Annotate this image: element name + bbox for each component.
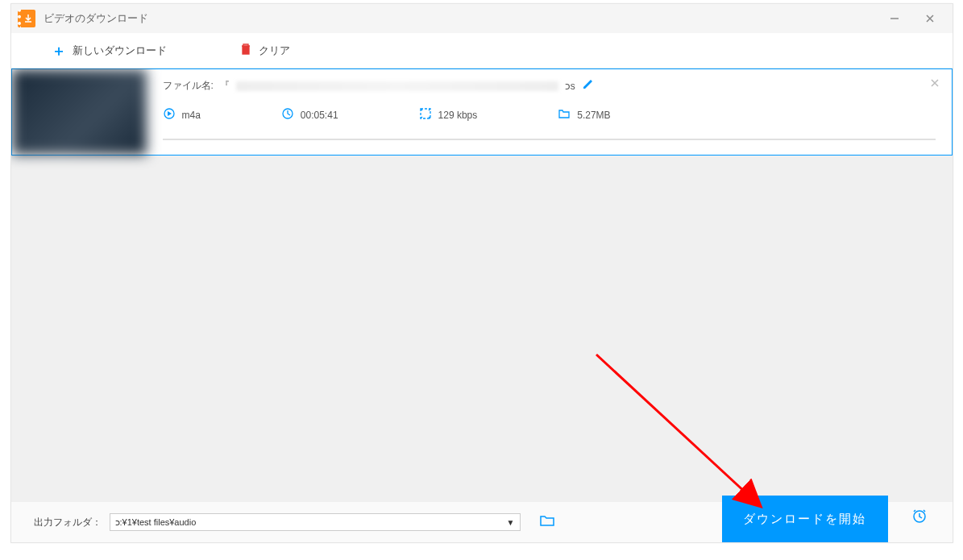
clear-label: クリア — [259, 44, 290, 58]
format-meta: m4a — [163, 107, 201, 122]
minimize-button[interactable] — [886, 10, 903, 27]
duration-value: 00:05:41 — [301, 110, 338, 121]
bitrate-value: 129 kbps — [438, 110, 478, 121]
start-download-label: ダウンロードを開始 — [743, 512, 866, 527]
app-icon — [18, 10, 35, 27]
progress-bar — [163, 139, 936, 140]
filename-prefix: 『 — [220, 79, 230, 93]
video-thumbnail — [12, 69, 147, 155]
titlebar: ビデオのダウンロード — [11, 4, 953, 33]
resolution-icon — [419, 107, 432, 122]
duration-meta: 00:05:41 — [281, 107, 338, 122]
filename-suffix: ɔs — [565, 81, 575, 92]
output-folder-path: ɔ:¥1¥test files¥audio — [115, 517, 197, 528]
edit-filename-button[interactable] — [582, 79, 593, 93]
svg-marker-3 — [168, 111, 172, 116]
filename-redacted — [236, 81, 558, 91]
remove-item-button[interactable] — [929, 77, 940, 92]
svg-rect-1 — [243, 46, 249, 54]
meta-row: m4a 00:05:41 129 kbps — [163, 107, 936, 122]
content-area: ファイル名: 『 ɔs m4a — [11, 68, 953, 502]
output-folder-label: 出力フォルダ： — [34, 516, 102, 529]
close-button[interactable] — [922, 10, 938, 27]
format-value: m4a — [182, 110, 201, 121]
filename-label: ファイル名: — [163, 79, 214, 93]
new-download-button[interactable]: ＋ 新しいダウンロード — [52, 41, 167, 60]
plus-icon: ＋ — [52, 41, 66, 60]
schedule-button[interactable] — [911, 507, 928, 528]
new-download-label: 新しいダウンロード — [73, 44, 167, 58]
toolbar: ＋ 新しいダウンロード クリア — [11, 33, 953, 68]
bitrate-meta: 129 kbps — [419, 107, 478, 122]
footer: 出力フォルダ： ɔ:¥1¥test files¥audio ▼ ダウンロードを開… — [11, 502, 953, 542]
clear-button[interactable]: クリア — [239, 43, 290, 58]
window-controls — [886, 10, 938, 27]
app-window: ビデオのダウンロード ＋ 新しいダウンロード クリア — [10, 3, 953, 543]
dropdown-caret-icon: ▼ — [507, 518, 515, 527]
filename-row: ファイル名: 『 ɔs — [163, 79, 936, 93]
browse-folder-button[interactable] — [538, 512, 556, 533]
size-meta: 5.27MB — [558, 107, 610, 122]
window-title: ビデオのダウンロード — [44, 11, 886, 26]
start-download-button[interactable]: ダウンロードを開始 — [722, 496, 888, 542]
trash-icon — [239, 43, 252, 58]
download-item[interactable]: ファイル名: 『 ɔs m4a — [11, 68, 953, 156]
format-icon — [163, 107, 176, 122]
clock-icon — [281, 107, 294, 122]
folder-icon — [558, 107, 571, 122]
size-value: 5.27MB — [577, 110, 610, 121]
item-details: ファイル名: 『 ɔs m4a — [147, 69, 952, 155]
output-folder-input[interactable]: ɔ:¥1¥test files¥audio ▼ — [110, 513, 521, 531]
